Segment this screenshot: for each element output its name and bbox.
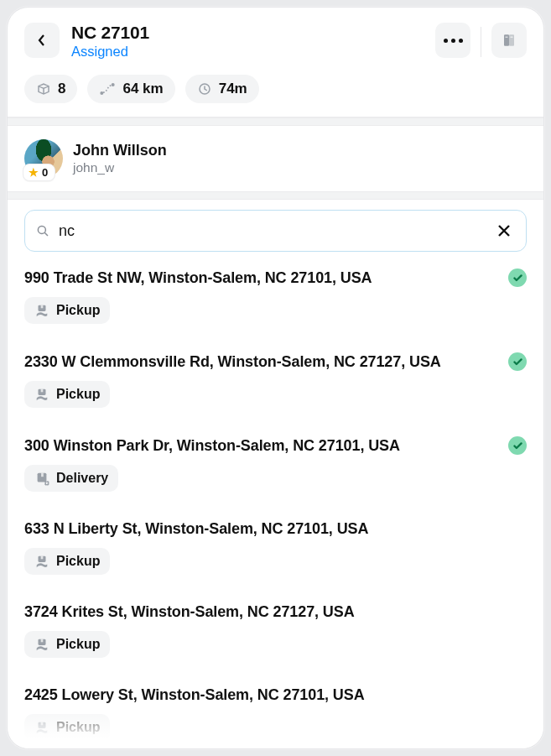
- pickup-icon: [34, 387, 49, 402]
- svg-rect-3: [511, 37, 513, 39]
- search-icon: [35, 223, 50, 238]
- back-button[interactable]: [24, 23, 60, 58]
- svg-rect-0: [504, 34, 509, 46]
- pickup-icon: [34, 554, 49, 569]
- pickup-chip: Pickup: [24, 548, 110, 575]
- stop-address: 2425 Lowery St, Winston-Salem, NC 27101,…: [24, 686, 365, 704]
- stats-row: 8 64 km 74m: [8, 60, 543, 117]
- rating-badge: ★ 0: [23, 164, 55, 181]
- clock-icon: [197, 81, 212, 96]
- check-icon: [513, 274, 522, 282]
- stat-packages-value: 8: [58, 81, 65, 97]
- search-input[interactable]: [59, 222, 484, 240]
- svg-point-4: [101, 91, 104, 95]
- driver-username: john_w: [73, 160, 167, 175]
- completed-badge: [508, 436, 527, 455]
- stop-item[interactable]: 2425 Lowery St, Winston-Salem, NC 27101,…: [24, 670, 527, 748]
- package-icon: [36, 81, 51, 96]
- pickup-icon: [34, 720, 49, 735]
- delivery-icon: [34, 471, 49, 486]
- stop-address: 633 N Liberty St, Winston-Salem, NC 2710…: [24, 520, 368, 538]
- svg-point-7: [38, 226, 45, 233]
- stop-item[interactable]: 633 N Liberty St, Winston-Salem, NC 2710…: [24, 503, 527, 587]
- route-icon: [99, 81, 116, 96]
- stop-item[interactable]: 3724 Krites St, Winston-Salem, NC 27127,…: [24, 587, 527, 670]
- svg-rect-2: [506, 37, 508, 39]
- stop-type-label: Pickup: [56, 720, 100, 735]
- stat-packages: 8: [24, 75, 77, 103]
- driver-name: John Willson: [73, 142, 167, 159]
- pickup-icon: [34, 303, 49, 318]
- stop-item[interactable]: 990 Trade St NW, Winston-Salem, NC 27101…: [24, 252, 527, 336]
- stat-distance-value: 64 km: [122, 81, 163, 97]
- stop-address: 990 Trade St NW, Winston-Salem, NC 27101…: [24, 269, 372, 287]
- clear-search-button[interactable]: [492, 219, 516, 242]
- pickup-icon: [34, 637, 49, 652]
- more-horizontal-icon: [444, 39, 463, 43]
- pickup-chip: Pickup: [24, 714, 110, 741]
- log-button[interactable]: [491, 23, 527, 58]
- stop-address: 2330 W Clemmonsville Rd, Winston-Salem, …: [24, 353, 441, 371]
- pickup-chip: Pickup: [24, 631, 110, 658]
- stop-type-label: Delivery: [56, 471, 108, 486]
- star-icon: ★: [29, 167, 39, 178]
- check-icon: [513, 358, 522, 366]
- close-icon: [497, 224, 511, 237]
- notebook-icon: [502, 33, 517, 48]
- stat-duration: 74m: [185, 75, 259, 103]
- search-field[interactable]: [24, 210, 527, 252]
- stop-item[interactable]: 2330 W Clemmonsville Rd, Winston-Salem, …: [24, 336, 527, 420]
- stop-address: 3724 Krites St, Winston-Salem, NC 27127,…: [24, 603, 355, 621]
- status-link[interactable]: Assigned: [71, 44, 435, 60]
- svg-rect-1: [509, 34, 514, 46]
- completed-badge: [508, 352, 527, 371]
- pickup-chip: Pickup: [24, 297, 110, 324]
- stat-distance: 64 km: [87, 75, 174, 103]
- more-button[interactable]: [435, 23, 470, 58]
- stop-type-label: Pickup: [56, 637, 100, 652]
- completed-badge: [508, 269, 527, 287]
- stop-type-label: Pickup: [56, 554, 100, 569]
- rating-value: 0: [42, 166, 48, 179]
- stop-type-label: Pickup: [56, 387, 100, 402]
- driver-row[interactable]: ★ 0 John Willson john_w: [8, 126, 543, 191]
- page-title: NC 27101: [71, 23, 435, 43]
- pickup-chip: Pickup: [24, 381, 110, 408]
- stop-item[interactable]: 300 Winston Park Dr, Winston-Salem, NC 2…: [24, 420, 527, 503]
- divider: [481, 27, 481, 57]
- delivery-chip: Delivery: [24, 465, 118, 492]
- stop-type-label: Pickup: [56, 303, 100, 318]
- svg-point-5: [112, 83, 115, 86]
- stat-duration-value: 74m: [219, 81, 247, 97]
- check-icon: [513, 442, 522, 450]
- chevron-left-icon: [38, 34, 46, 47]
- stop-address: 300 Winston Park Dr, Winston-Salem, NC 2…: [24, 437, 400, 455]
